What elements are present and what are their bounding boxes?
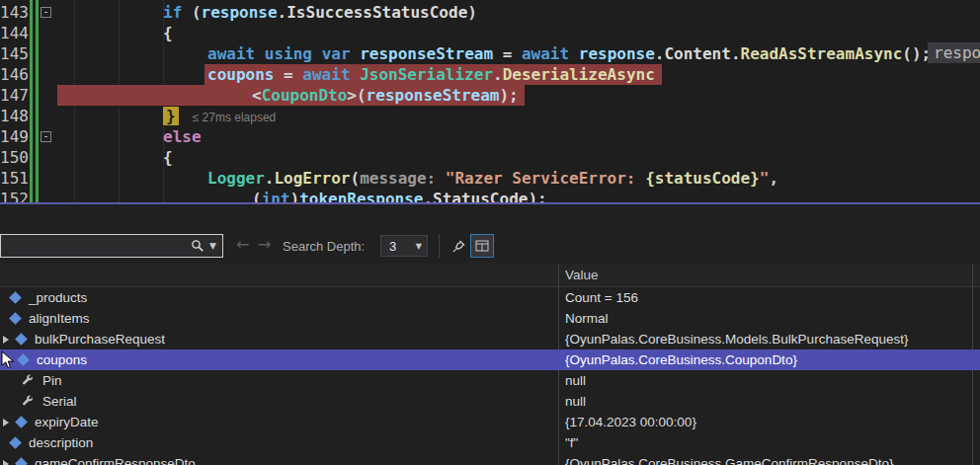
variable-name: bulkPurchaseRequest (35, 332, 165, 347)
code-line[interactable]: 148}≤ 27ms elapsed (0, 106, 980, 126)
code-line[interactable]: 151Logger.LogError(message: "Razer Servi… (0, 168, 980, 189)
pin-icon (451, 239, 466, 254)
watch-row[interactable]: bulkPurchaseRequest{OyunPalas.CoreBusine… (0, 329, 980, 349)
line-number[interactable]: 151 (0, 168, 26, 189)
grid-format-icon (475, 239, 489, 253)
vs-debug-window: 143-if (response.IsSuccessStatusCode)144… (0, 0, 980, 465)
code-text[interactable]: await using var responseStream = await r… (207, 43, 931, 64)
variable-value[interactable]: Normal (565, 308, 609, 329)
line-number[interactable]: 145 (0, 43, 26, 64)
search-back-button[interactable]: ← (236, 237, 249, 253)
variable-value[interactable]: null (565, 370, 586, 391)
search-depth-select[interactable]: 3 ▼ (380, 235, 428, 257)
watch-row[interactable]: alignItemsNormal (0, 308, 980, 329)
code-line[interactable]: 144{ (0, 23, 980, 43)
field-icon (9, 436, 22, 449)
grid-header: Value (0, 264, 980, 287)
variable-name: Serial (42, 394, 77, 409)
search-forward-button[interactable]: → (258, 237, 271, 253)
variables-grid: _productsCount = 156alignItemsNormalbulk… (0, 287, 980, 465)
search-options-chevron-icon[interactable]: ▼ (207, 241, 222, 251)
variable-value[interactable]: {17.04.2023 00:00:00} (565, 412, 696, 432)
code-text[interactable]: <CouponDto>(responseStream); (252, 85, 519, 106)
variable-name: alignItems (29, 311, 90, 326)
field-icon (15, 416, 28, 428)
line-number[interactable]: 150 (0, 147, 26, 168)
datatip: respo (928, 42, 980, 63)
search-icon[interactable] (188, 239, 207, 253)
variable-value[interactable]: {OyunPalas.CoreBusiness.Models.BulkPurch… (565, 329, 908, 349)
search-depth-value: 3 (381, 239, 416, 254)
variable-name: _products (29, 290, 87, 305)
expander-icon[interactable] (3, 460, 9, 465)
watch-row[interactable]: gameConfirmResponseDto{OyunPalas.CoreBus… (0, 453, 980, 465)
property-icon (22, 374, 35, 387)
watch-row[interactable]: expiryDate{17.04.2023 00:00:00} (0, 412, 980, 432)
variable-name: expiryDate (35, 415, 99, 429)
code-text[interactable]: (int)tokenResponse.StatusCode); (252, 189, 547, 202)
line-number[interactable]: 143 (0, 2, 26, 23)
code-text[interactable]: { (163, 147, 173, 168)
field-icon (17, 353, 30, 366)
expander-icon[interactable] (3, 419, 9, 426)
pin-to-source-button[interactable] (447, 234, 470, 258)
code-line[interactable]: 147<CouponDto>(responseStream); (0, 85, 980, 106)
variable-value[interactable]: Count = 156 (565, 287, 638, 308)
fold-toggle-icon[interactable]: - (41, 7, 51, 18)
variable-name: description (29, 435, 93, 450)
code-text[interactable]: coupons = await JsonSerializer.Deseriali… (207, 64, 655, 85)
fold-toggle-icon[interactable]: - (41, 131, 51, 142)
variable-name: gameConfirmResponseDto (35, 456, 196, 465)
toolbar-separator (439, 234, 440, 258)
line-number[interactable]: 149 (0, 126, 26, 147)
variable-value[interactable]: "f" (565, 432, 578, 453)
field-icon (15, 457, 28, 465)
field-icon (9, 312, 22, 325)
watch-row[interactable]: Pinnull (0, 370, 980, 391)
variable-name: Pin (42, 373, 62, 388)
code-line[interactable]: 143-if (response.IsSuccessStatusCode) (0, 2, 980, 23)
code-editor[interactable]: 143-if (response.IsSuccessStatusCode)144… (0, 0, 980, 202)
field-icon (9, 291, 22, 304)
line-number[interactable]: 147 (0, 85, 26, 106)
line-number[interactable]: 148 (0, 106, 26, 126)
code-text[interactable]: }≤ 27ms elapsed (163, 106, 276, 128)
perf-tip: ≤ 27ms elapsed (193, 111, 277, 124)
code-text[interactable]: if (response.IsSuccessStatusCode) (163, 2, 477, 23)
watch-row[interactable]: _productsCount = 156 (0, 287, 980, 308)
code-line[interactable]: 149-else (0, 126, 980, 147)
field-icon (15, 333, 28, 346)
format-values-toggle-button[interactable] (470, 234, 494, 258)
expander-icon[interactable] (3, 336, 9, 344)
code-line[interactable]: 145await using var responseStream = awai… (0, 43, 980, 64)
search-box[interactable]: ▼ (0, 234, 223, 258)
property-icon (22, 395, 35, 408)
search-depth-label: Search Depth: (283, 239, 365, 254)
code-line[interactable]: 150{ (0, 147, 980, 168)
variable-name: coupons (37, 352, 87, 367)
watch-row[interactable]: coupons{OyunPalas.CoreBusiness.CouponDto… (0, 349, 980, 370)
value-column-header[interactable]: Value (565, 268, 599, 282)
variable-value[interactable]: {OyunPalas.CoreBusiness.CouponDto} (565, 349, 797, 370)
line-number[interactable]: 144 (0, 23, 26, 43)
variable-value[interactable]: null (565, 391, 586, 412)
code-text[interactable]: Logger.LogError(message: "Razer ServiceE… (207, 168, 778, 189)
search-input[interactable] (1, 239, 188, 254)
variable-value[interactable]: {OyunPalas.CoreBusiness.GameConfirmRespo… (565, 453, 893, 465)
watch-row[interactable]: Serialnull (0, 391, 980, 412)
line-number[interactable]: 146 (0, 64, 26, 85)
mouse-cursor (1, 350, 17, 374)
code-text[interactable]: { (163, 23, 173, 43)
locals-panel: ▼ ← → Search Depth: 3 ▼ (0, 204, 980, 465)
code-line[interactable]: 146coupons = await JsonSerializer.Deseri… (0, 64, 980, 85)
line-number[interactable]: 152 (0, 189, 26, 202)
code-line[interactable]: 152(int)tokenResponse.StatusCode); (0, 189, 980, 202)
code-text[interactable]: else (163, 126, 202, 147)
watch-row[interactable]: description"f" (0, 432, 980, 453)
chevron-down-icon: ▼ (416, 242, 427, 251)
